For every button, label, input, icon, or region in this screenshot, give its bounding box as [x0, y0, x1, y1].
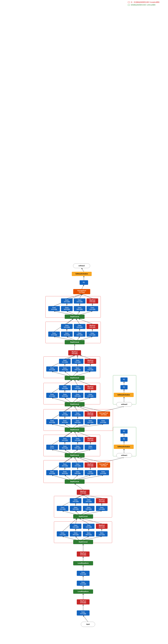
- legend-red: 注：红色框起来的部分表示 Inception模块: [128, 1, 159, 3]
- node-inc4c_depth: DepthConcat: [65, 428, 85, 432]
- node-inc3a_cp: Conv1×1+1(S): [96, 531, 108, 536]
- svg-line-0: [83, 616, 88, 622]
- node-sm0_act: SoftmaxActivation: [114, 393, 134, 397]
- node-sm1_fc1: FC: [120, 437, 127, 441]
- svg-line-30: [75, 484, 83, 490]
- node-inc3b_c3: Conv1×1+1(S): [70, 498, 81, 503]
- node-inc3a_mp: MaxPool3×3+1(S): [96, 524, 108, 529]
- node-inc3b_depth: DepthConcat: [73, 514, 93, 518]
- node-inc4b_c5r: Conv5×5+1(S): [72, 445, 83, 450]
- node-maxpool2: MaxPool3×3+2(S): [77, 552, 90, 556]
- node-inc5a_cp: Conv1×1+1(S): [87, 332, 98, 337]
- node-inc3b_cp: Conv1×1+1(S): [96, 506, 108, 511]
- node-conv3x3: Conv3×3+1(S): [77, 571, 90, 576]
- node-sm0_fc1: FC: [120, 385, 127, 390]
- node-inc3a_c3: Conv1×1+1(S): [70, 524, 81, 529]
- node-inc3a_depth: DepthConcat: [73, 540, 93, 544]
- node-inc4c_cp1: Conv1×1+1(S): [85, 419, 96, 424]
- node-softmax2: softmax2: [73, 264, 90, 268]
- node-inc3b_c5: Conv1×1+1(S): [83, 498, 94, 503]
- node-input: input: [81, 622, 95, 627]
- node-inc4a_c3r: Conv3×3+1(S): [59, 470, 71, 475]
- node-inc4d_c1: Conv1×1+1(S): [46, 393, 58, 398]
- node-inc4a_depth: DepthConcat: [65, 480, 85, 484]
- node-softmax_act_main: SoftmaxActivation: [72, 272, 92, 276]
- node-inc4b_depth: DepthConcat: [65, 453, 85, 458]
- node-inc4d_cp: Conv1×1+1(S): [85, 393, 96, 398]
- node-inc4b_c3r: Conv3×3+1(S): [59, 445, 71, 450]
- node-maxpool3: MaxPool3×3+2(S): [77, 490, 90, 495]
- node-inc4a_c3: Conv1×1+1(S): [59, 462, 71, 468]
- node-inc5a_c5: Conv1×1+1(S): [74, 324, 85, 329]
- node-inc5b_c3: Conv1×1+1(S): [61, 298, 73, 304]
- node-inc4a_cp2: Conv1×1+1(S): [97, 470, 109, 475]
- node-inc4e_c3r: Conv3×3+1(S): [59, 366, 71, 372]
- node-inc4a_c5r: Conv5×5+1(S): [72, 470, 83, 475]
- node-inc4b_cp: Conv1×1+1: [85, 445, 96, 450]
- node-inc4b_mp: MaxPool3×3+1(S): [85, 437, 96, 442]
- node-inc3a_c3r: Conv3×3+1(S): [70, 531, 81, 536]
- node-inc3b_mp: MaxPool3×3+1(S): [96, 498, 108, 503]
- node-conv1x1: Conv1×1+1(V): [77, 581, 90, 586]
- node-inc3a_c5r: Conv5×5+1(S): [83, 531, 94, 536]
- node-sm0_fc2: FC: [120, 378, 127, 382]
- node-inc4b_c3: Conv1×1+1(S): [59, 437, 71, 442]
- node-inc5b_depth: DepthConcat: [65, 314, 85, 319]
- network-diagram: 注：红色框起来的部分表示 Inception模块 绿色框起来的部分表示 soft…: [0, 0, 168, 644]
- node-inc5b_cp: Conv1×1+1(S): [87, 306, 98, 311]
- legend: 注：红色框起来的部分表示 Inception模块 绿色框起来的部分表示 soft…: [128, 1, 159, 6]
- node-inc4e_c1: Conv1×1+1(S): [46, 366, 58, 372]
- node-inc4e_c5r: Conv5×5+1(S): [72, 366, 83, 372]
- node-inc4a_ap: AveragePool5×5+3(V): [97, 462, 110, 468]
- legend-green: 绿色框起来的部分表示 softmax模块: [128, 4, 159, 6]
- node-inc5a_depth: DepthConcat: [65, 340, 85, 344]
- node-inc5b_c5r: Conv5×5+1(S): [74, 306, 85, 311]
- svg-line-117: [82, 268, 84, 272]
- node-sm1_node: softmax1: [116, 453, 132, 458]
- node-inc4a_c1: Conv1×1+1(S): [46, 470, 58, 475]
- node-inc4c_c5: Conv1×1+1(S): [72, 412, 83, 416]
- node-avgpool_main: AveragePool7×7+1(V): [73, 289, 90, 294]
- node-inc4e_cp: Conv1×1+1(S): [85, 366, 96, 372]
- node-inc4a_cp1: Conv1×1+1(S): [85, 470, 96, 475]
- node-inc4c_mp: MaxPool3×3+1(S): [85, 412, 96, 416]
- node-inc4d_c3r: Conv3×3+1(S): [59, 393, 71, 398]
- node-conv7x7: Conv7×7+2(S): [77, 610, 90, 616]
- node-fc_main: FC: [80, 280, 88, 285]
- node-inc5a_mp: MaxPool3×3+1(S): [87, 324, 98, 329]
- node-inc4d_c5: Conv1×1+1(S): [72, 385, 83, 390]
- node-inc5a_c1: Conv1×1+1(S): [48, 332, 60, 337]
- node-inc5b_c5: Conv1×1+1(S): [74, 298, 85, 304]
- node-inc4c_c1: Conv1×1+1(S): [46, 419, 58, 424]
- node-inc4b_c5: Conv1×1+1(S): [72, 437, 83, 442]
- node-inc5a_c3r: Conv3×3+1(S): [61, 332, 73, 337]
- node-inc5b_c1: Conv1×1+1(S): [48, 306, 60, 311]
- node-inc4d_c5r: Conv5×5+1(S): [72, 393, 83, 398]
- node-inc3b_c1: Conv1×1+1(S): [57, 506, 68, 511]
- node-inc4a_c5: Conv1×1+1(S): [72, 462, 83, 468]
- node-inc4c_cp2: Conv1×1+1(S): [97, 419, 109, 424]
- node-inc3a_c5: Conv1×1+1(S): [83, 524, 94, 529]
- node-inc3b_c5r: Conv5×5+1(S): [83, 506, 94, 511]
- node-inc4e_c5: Conv1×1+1(S): [72, 359, 83, 364]
- node-inc4b_c1: Conv1×1+1: [46, 445, 58, 450]
- node-inc3b_c3r: Conv3×3+1(S): [70, 506, 81, 511]
- node-inc4c_c3r: Conv3×3+1(S): [59, 419, 71, 424]
- node-inc4d_c3: Conv1×1+1(S): [59, 385, 71, 390]
- node-inc5a_c5r: Conv5×5+1(S): [74, 332, 85, 337]
- node-inc4c_c5r: Conv5×5+1(S): [72, 419, 83, 424]
- node-maxpool1: MaxPool3×3+2(S): [77, 599, 90, 604]
- node-inc3a_c1: Conv1×1+1(S): [57, 531, 68, 536]
- node-inc4e_c3: Conv1×1+1(S): [59, 359, 71, 364]
- node-inc5b_c3r: Conv3×3+1(S): [61, 306, 73, 311]
- node-inc4e_mp: MaxPool3×3+1(S): [85, 359, 96, 364]
- node-inc4c_ap: AveragePool5×5+3(V): [97, 412, 110, 416]
- node-localresp1: LocalRespNorm: [73, 590, 93, 594]
- node-inc4c_c3: Conv1×1+1(S): [59, 412, 71, 416]
- node-inc4d_mp: MaxPool3×3+1(S): [85, 385, 96, 390]
- svg-line-115: [82, 285, 84, 289]
- node-sm1_act: SoftmaxActivation: [114, 445, 134, 449]
- node-inc4a_mp: MaxPool3×3+1(S): [85, 462, 96, 468]
- node-sm1_fc2: FC: [120, 429, 127, 434]
- node-maxpool4: MaxPool3×3+2(S): [68, 350, 81, 355]
